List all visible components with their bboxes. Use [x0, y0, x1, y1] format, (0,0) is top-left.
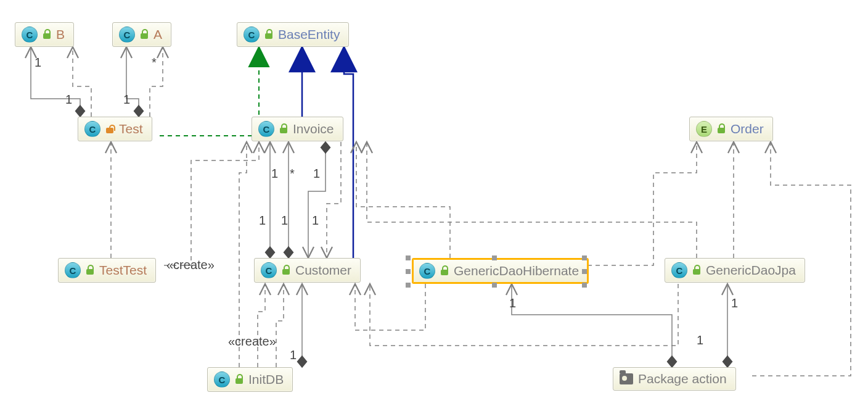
class-icon: C [119, 27, 135, 43]
diagram-canvas [0, 0, 868, 411]
class-icon: C [22, 27, 38, 43]
public-icon [282, 266, 290, 275]
public-icon [235, 375, 244, 384]
selection-handle[interactable] [582, 283, 587, 288]
class-name: Order [731, 122, 764, 136]
public-icon [440, 267, 449, 275]
class-icon: C [261, 262, 277, 278]
class-name: GenericDaoHibernate [454, 264, 579, 278]
class-name: GenericDaoJpa [706, 263, 796, 278]
class-customer[interactable]: C Customer [254, 258, 361, 283]
multiplicity: 1 [123, 93, 130, 107]
package-icon [620, 373, 633, 384]
class-icon: C [258, 121, 274, 137]
class-testtest[interactable]: C TestTest [58, 258, 156, 283]
multiplicity: * [290, 167, 295, 181]
class-name: A [154, 27, 162, 42]
package-action[interactable]: Package action [613, 367, 736, 391]
multiplicity: 1 [312, 214, 319, 228]
class-name: TestTest [99, 263, 147, 278]
multiplicity: * [152, 56, 157, 70]
selection-handle[interactable] [406, 283, 411, 288]
public-icon [86, 266, 94, 275]
selection-handle[interactable] [492, 283, 497, 288]
enum-icon: E [696, 121, 712, 137]
selection-handle[interactable] [492, 255, 497, 260]
multiplicity: 1 [65, 93, 72, 107]
private-icon [105, 125, 114, 133]
class-name: Customer [295, 263, 351, 278]
class-name: BaseEntity [278, 27, 340, 42]
multiplicity: 1 [313, 167, 320, 181]
class-baseentity[interactable]: C BaseEntity [237, 22, 349, 47]
class-icon: C [214, 372, 230, 388]
class-name: Invoice [293, 122, 334, 136]
class-invoice[interactable]: C Invoice [252, 117, 343, 141]
stereotype: «create» [166, 258, 215, 272]
package-name: Package action [638, 372, 727, 386]
class-b[interactable]: C B [15, 22, 74, 47]
multiplicity: 1 [35, 56, 41, 70]
enum-order[interactable]: E Order [689, 117, 773, 141]
class-icon: C [84, 121, 100, 137]
public-icon [264, 30, 273, 39]
class-a[interactable]: C A [112, 22, 171, 47]
multiplicity: 1 [697, 333, 703, 347]
class-test[interactable]: C Test [78, 117, 152, 141]
selection-handle[interactable] [406, 255, 411, 260]
class-name: Test [119, 122, 143, 136]
selection-handle[interactable] [582, 269, 587, 274]
class-name: B [56, 27, 65, 42]
multiplicity: 1 [271, 167, 278, 181]
stereotype: «create» [228, 334, 276, 349]
public-icon [692, 266, 701, 275]
selection-handle[interactable] [582, 255, 587, 260]
public-icon [717, 125, 726, 133]
multiplicity: 1 [281, 214, 288, 228]
multiplicity: 1 [290, 348, 297, 362]
class-name: InitDB [248, 372, 284, 387]
class-icon: C [419, 263, 435, 279]
public-icon [43, 30, 51, 39]
class-icon: C [65, 262, 81, 278]
class-icon: C [244, 27, 260, 43]
multiplicity: 1 [509, 296, 516, 310]
class-icon: C [671, 262, 687, 278]
selection-handle[interactable] [406, 269, 411, 274]
class-initdb[interactable]: C InitDB [207, 367, 293, 392]
public-icon [140, 30, 149, 39]
multiplicity: 1 [731, 296, 738, 310]
multiplicity: 1 [259, 214, 266, 228]
class-genericdaohibernate[interactable]: C GenericDaoHibernate [412, 258, 589, 284]
public-icon [279, 125, 288, 133]
class-genericdaojpa[interactable]: C GenericDaoJpa [665, 258, 805, 283]
